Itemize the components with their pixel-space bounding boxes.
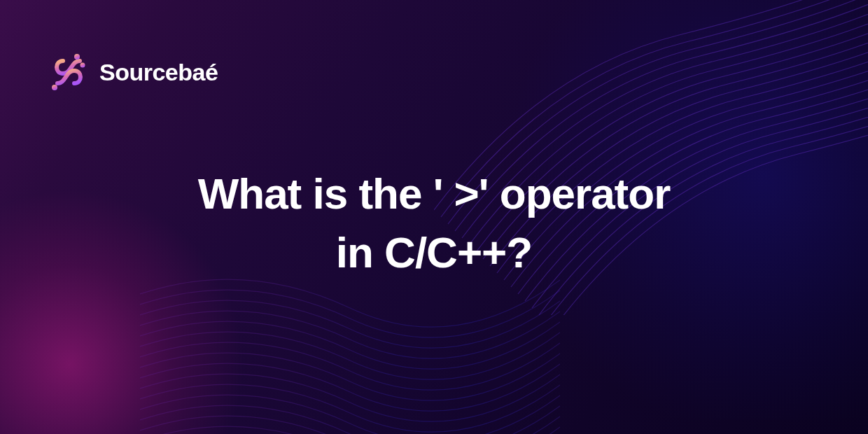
sourcebae-logo-icon [49,52,88,92]
brand-name: Sourcebaé [99,59,218,86]
brand-logo: Sourcebaé [49,52,218,92]
svg-point-1 [80,63,85,68]
svg-point-0 [74,54,80,59]
headline-text: What is the ' >' operator in C/C++? [43,164,825,281]
svg-point-2 [52,85,57,90]
